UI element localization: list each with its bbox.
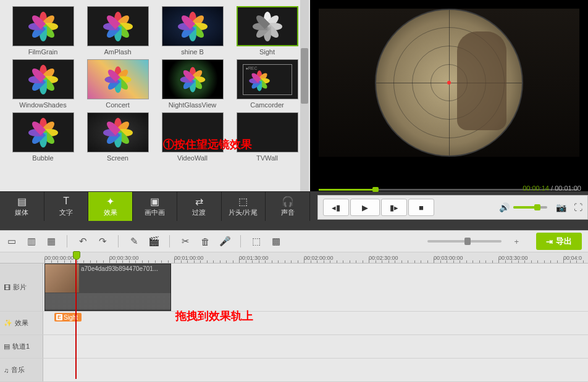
- stop-button[interactable]: ■: [408, 199, 434, 216]
- tab-label: 画中画: [145, 208, 165, 217]
- next-frame-button[interactable]: ▮▸: [381, 199, 407, 216]
- effect-thumb[interactable]: [162, 6, 224, 46]
- effect-label: Camcorder: [232, 101, 303, 109]
- effect-thumb[interactable]: [12, 112, 74, 152]
- preview-panel: [310, 0, 588, 191]
- effect-filmgrain[interactable]: FilmGrain: [7, 6, 78, 56]
- track-music: ♫音乐: [0, 359, 588, 382]
- ruler-mark: 00:03:30:00: [498, 255, 528, 261]
- mic-icon[interactable]: 🎤: [219, 236, 230, 247]
- prev-frame-button[interactable]: ◂▮: [323, 199, 349, 216]
- zoom-slider[interactable]: [427, 240, 502, 243]
- delete-icon[interactable]: 🗑: [200, 236, 211, 247]
- category-tabs: ▤媒体T文字✦效果▣画中画⇄过渡⬚片头/片尾🎧声音: [0, 191, 310, 221]
- effect-thumb[interactable]: [237, 6, 298, 46]
- effect-concert[interactable]: Concert: [82, 59, 153, 109]
- tab-transition[interactable]: ⇄过渡: [177, 192, 222, 221]
- effect-thumb[interactable]: [87, 59, 149, 99]
- effect-nightglassview[interactable]: NightGlassView: [157, 59, 228, 109]
- effect-label: TVWall: [232, 154, 303, 162]
- media-icon: ▤: [17, 196, 27, 207]
- effect-thumb[interactable]: [12, 6, 74, 46]
- ruler-mark: 00:01:30:00: [239, 255, 269, 261]
- effect-sight[interactable]: Sight: [232, 6, 303, 56]
- tab-label: 过渡: [192, 208, 206, 217]
- effect-thumb[interactable]: [12, 59, 74, 99]
- effect-label: AmPlash: [82, 48, 153, 56]
- crop-icon[interactable]: ⬚: [251, 236, 262, 247]
- wand-icon: ✨: [4, 319, 12, 327]
- zoom-handle[interactable]: [464, 238, 471, 245]
- timeline-toolbar: ▭ ▥ ▦ ↶ ↷ ✎ 🎬 ✂ 🗑 🎤 ⬚ ▩ + ⇥导出: [0, 230, 588, 252]
- time-total: 00:01:00: [555, 185, 581, 192]
- effect-bubble[interactable]: Bubble: [7, 112, 78, 162]
- volume-icon[interactable]: 🔊: [499, 202, 510, 212]
- tab-effect[interactable]: ✦效果: [88, 192, 133, 221]
- layout-2-icon[interactable]: ▥: [26, 236, 37, 247]
- ruler-mark: 00:02:30:00: [369, 255, 398, 261]
- edit-icon[interactable]: ✎: [128, 236, 140, 247]
- effect-label: FilmGrain: [7, 48, 78, 56]
- timeline: 00:00:00:0000:00:30:0000:01:00:0000:01:3…: [0, 252, 588, 382]
- bars-icon: ▤: [4, 343, 10, 351]
- effect-shine b[interactable]: shine B: [157, 6, 228, 56]
- effect-thumb[interactable]: ●REC: [237, 59, 298, 99]
- layout-3-icon[interactable]: ▦: [46, 236, 57, 247]
- tab-label: 媒体: [15, 208, 28, 217]
- volume-handle[interactable]: [534, 204, 540, 210]
- export-button[interactable]: ⇥导出: [536, 233, 582, 250]
- mosaic-icon[interactable]: ▩: [271, 236, 282, 247]
- layout-1-icon[interactable]: ▭: [6, 236, 17, 247]
- effect-thumb[interactable]: [87, 6, 149, 46]
- effect-label: Sight: [232, 48, 303, 56]
- effect-camcorder[interactable]: ●RECCamcorder: [232, 59, 303, 109]
- effects-scrollbar[interactable]: [300, 0, 309, 191]
- track-content[interactable]: [43, 359, 588, 381]
- scrubber-handle[interactable]: [372, 187, 379, 192]
- snapshot-icon[interactable]: 📷: [556, 202, 566, 212]
- tab-pip[interactable]: ▣画中画: [133, 192, 177, 221]
- cut-icon[interactable]: ✂: [180, 236, 191, 247]
- effects-scrollbar-thumb[interactable]: [301, 48, 308, 104]
- clip-name: a70e4dad93b894470e701...: [81, 265, 158, 272]
- tab-text[interactable]: T文字: [44, 192, 89, 221]
- track-content[interactable]: a70e4dad93b894470e701...: [43, 264, 588, 311]
- tab-intro[interactable]: ⬚片头/片尾: [222, 192, 266, 221]
- preview-viewport: [319, 2, 579, 190]
- effect-amplash[interactable]: AmPlash: [82, 6, 153, 56]
- track-label: 🎞影片: [0, 264, 43, 311]
- playhead-handle[interactable]: [73, 251, 80, 260]
- video-clip[interactable]: a70e4dad93b894470e701...: [44, 264, 171, 311]
- annotation-drag-to-track: 拖拽到效果轨上: [175, 309, 253, 323]
- tab-media[interactable]: ▤媒体: [0, 192, 44, 221]
- undo-icon[interactable]: ↶: [77, 236, 88, 247]
- effect-badge: E: [56, 314, 62, 320]
- effect-label: WindowShades: [7, 101, 78, 109]
- timeline-ruler[interactable]: 00:00:00:0000:00:30:0000:01:00:0000:01:3…: [0, 252, 588, 264]
- effect-screen[interactable]: Screen: [82, 112, 153, 162]
- effects-panel: FilmGrainAmPlashshine BSightWindowShades…: [0, 0, 310, 191]
- ruler-mark: 00:00:30:00: [109, 255, 139, 261]
- track-content[interactable]: ESight: [43, 312, 588, 334]
- tab-label: 文字: [59, 208, 73, 217]
- volume-slider[interactable]: [513, 206, 547, 209]
- effect-windowshades[interactable]: WindowShades: [7, 59, 78, 109]
- zoom-in-icon[interactable]: +: [514, 237, 519, 246]
- playhead[interactable]: [75, 252, 77, 379]
- redo-icon[interactable]: ↷: [97, 236, 108, 247]
- tab-label: 声音: [281, 208, 295, 217]
- clapper-icon[interactable]: 🎬: [148, 236, 159, 247]
- track-film: 🎞影片a70e4dad93b894470e701...: [0, 264, 588, 312]
- effect-clip[interactable]: ESight: [54, 313, 82, 322]
- ruler-mark: 00:02:00:00: [304, 255, 334, 261]
- play-button[interactable]: ▶: [350, 199, 380, 216]
- tab-label: 片头/片尾: [229, 208, 258, 217]
- effect-label: Screen: [82, 154, 153, 162]
- effect-icon: ✦: [106, 196, 114, 207]
- fullscreen-icon[interactable]: ⛶: [574, 202, 582, 212]
- intro-icon: ⬚: [238, 196, 248, 207]
- effect-thumb[interactable]: [87, 112, 149, 152]
- effect-thumb[interactable]: [162, 59, 224, 99]
- tab-audio[interactable]: 🎧声音: [266, 192, 310, 221]
- track-content[interactable]: [43, 335, 588, 358]
